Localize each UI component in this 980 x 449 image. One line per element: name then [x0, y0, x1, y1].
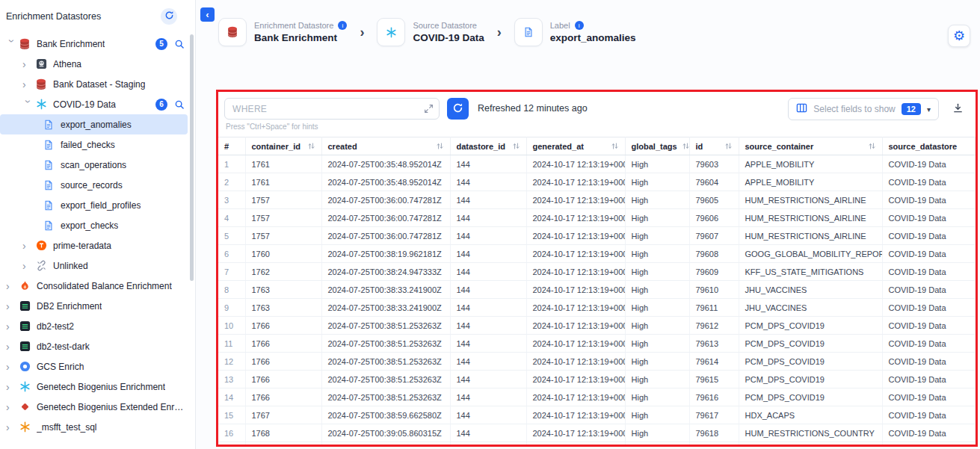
tree-item-unlinked[interactable]: Unlinked: [0, 256, 195, 276]
column-header-id[interactable]: id: [689, 137, 739, 155]
column-header-global_tags[interactable]: global_tags: [625, 137, 689, 155]
breadcrumb-item-label[interactable]: Labelexport_anomalies: [514, 18, 636, 46]
download-button[interactable]: [951, 101, 965, 117]
gcs-icon: [18, 361, 31, 373]
table-row[interactable]: 1017662024-07-25T00:38:51.253263Z1442024…: [218, 317, 976, 335]
settings-gear-button[interactable]: [948, 25, 970, 47]
chevron-right-icon[interactable]: [6, 301, 18, 312]
cell-num: 16: [218, 424, 245, 442]
table-row[interactable]: 117612024-07-25T00:35:48.952014Z1442024-…: [218, 155, 976, 173]
sidebar-collapse-button[interactable]: [200, 7, 215, 22]
tree-item-bank-enrichment[interactable]: Bank Enrichment5: [0, 34, 195, 54]
table-row[interactable]: 817632024-07-25T00:38:33.241900Z1442024-…: [218, 281, 976, 299]
chevron-down-icon[interactable]: [7, 39, 17, 51]
teradata-icon: [34, 240, 48, 252]
cell-created: 2024-07-25T00:38:33.241900Z: [321, 299, 450, 317]
tree-item-label: export_anomalies: [61, 120, 132, 130]
table-row[interactable]: 517572024-07-25T00:36:00.747281Z1442024-…: [218, 227, 976, 245]
table-row[interactable]: 617602024-07-25T00:38:19.962181Z1442024-…: [218, 245, 976, 263]
tree-item-athena[interactable]: Athena: [0, 54, 195, 74]
column-header-source_container[interactable]: source_container: [739, 137, 882, 155]
breadcrumb-text: Source DatastoreCOVID-19 Data: [413, 21, 484, 43]
column-header-created[interactable]: created: [321, 137, 450, 155]
tree-item-bank-dataset-staging[interactable]: Bank Dataset - Staging: [0, 74, 195, 94]
search-icon[interactable]: [174, 99, 185, 110]
tree-item-consolidated-balance-enrichment[interactable]: Consolidated Balance Enrichment: [0, 276, 195, 296]
column-header-datastore_id[interactable]: datastore_id: [450, 137, 526, 155]
sort-icon[interactable]: [868, 142, 876, 150]
cell-created: 2024-07-25T00:38:33.241900Z: [321, 281, 450, 299]
tree-item-genetech-biogenius-enrichment[interactable]: Genetech Biogenius Enrichment: [0, 377, 195, 397]
info-icon[interactable]: [338, 21, 347, 30]
table-row[interactable]: 217612024-07-25T00:35:48.952014Z1442024-…: [218, 173, 976, 191]
cell-created: 2024-07-25T00:39:05.860315Z: [321, 424, 450, 442]
cell-container_id: 1761: [245, 173, 321, 191]
chevron-right-icon[interactable]: [6, 341, 18, 352]
tree-item-gcs-enrich[interactable]: GCS Enrich: [0, 356, 195, 377]
select-fields-dropdown[interactable]: Select fields to show 12: [788, 98, 939, 120]
table-row[interactable]: 1517672024-07-25T00:38:59.662580Z1442024…: [218, 406, 976, 424]
table-row[interactable]: 1617682024-07-25T00:39:05.860315Z1442024…: [218, 424, 976, 442]
tree-item-export-field-profiles[interactable]: export_field_profiles: [0, 195, 195, 215]
chevron-right-icon[interactable]: [6, 382, 18, 392]
chevron-right-icon[interactable]: [6, 362, 18, 372]
table-row[interactable]: 417572024-07-25T00:36:00.747281Z1442024-…: [218, 209, 976, 227]
cell-id: 79608: [689, 245, 739, 263]
chevron-right-icon[interactable]: [6, 321, 18, 332]
column-header-generated_at[interactable]: generated_at: [526, 137, 625, 155]
cell-generated_at: 2024-10-17 12:13:19+0000: [526, 371, 625, 388]
breadcrumb-item-source-datastore[interactable]: Source DatastoreCOVID-19 Data: [377, 18, 484, 46]
table-row[interactable]: 317572024-07-25T00:36:00.747281Z1442024-…: [218, 191, 976, 209]
expand-editor-icon[interactable]: [424, 104, 434, 114]
sort-icon[interactable]: [682, 142, 689, 150]
chevron-down-icon[interactable]: [23, 99, 34, 111]
tree-item-msfft-test-sql[interactable]: _msfft_test_sql: [0, 417, 195, 437]
chevron-right-icon[interactable]: [22, 241, 34, 251]
where-input[interactable]: [224, 98, 440, 120]
refresh-results-button[interactable]: [447, 98, 469, 120]
cell-global_tags: High: [625, 227, 689, 245]
cell-datastore_id: 144: [450, 263, 526, 281]
tree-item-db2-enrichment[interactable]: DB2 Enrichment: [0, 296, 195, 316]
table-row[interactable]: 1317662024-07-25T00:38:51.253263Z1442024…: [218, 371, 976, 388]
chevron-right-icon[interactable]: [22, 261, 34, 271]
table-row[interactable]: 917632024-07-25T00:38:33.241900Z1442024-…: [218, 299, 976, 317]
sort-icon[interactable]: [724, 142, 733, 150]
sidebar-scrollbar[interactable]: [190, 34, 194, 281]
table-row[interactable]: 1417662024-07-25T00:38:51.253263Z1442024…: [218, 388, 976, 406]
tree-item-export-checks[interactable]: export_checks: [0, 215, 195, 235]
table-row[interactable]: 717622024-07-25T00:38:24.947333Z1442024-…: [218, 263, 976, 281]
table-row[interactable]: 1217662024-07-25T00:38:51.253263Z1442024…: [218, 353, 976, 371]
chevron-right-icon[interactable]: [6, 281, 18, 291]
tree-item-db2-test2[interactable]: db2-test2: [0, 316, 195, 336]
breadcrumb-item-enrichment-datastore[interactable]: Enrichment DatastoreBank Enrichment: [218, 18, 347, 46]
tree-item-prime-teradata[interactable]: prime-teradata: [0, 235, 195, 256]
sidebar-refresh-button[interactable]: [161, 8, 177, 25]
sort-icon[interactable]: [611, 142, 619, 150]
table-row[interactable]: 1717682024-07-25T00:39:05.860315Z1442024…: [218, 442, 976, 445]
tree-item-failed-checks[interactable]: failed_checks: [0, 134, 195, 155]
chevron-right-icon[interactable]: [6, 402, 18, 412]
chevron-right-icon[interactable]: [6, 422, 18, 433]
cell-source_container: GOOG_GLOBAL_MOBILITY_REPORT: [739, 245, 882, 263]
tree-item-source-records[interactable]: source_records: [0, 175, 195, 195]
sort-icon[interactable]: [307, 142, 315, 150]
sort-icon[interactable]: [512, 142, 520, 150]
column-header-inner: datastore_id: [457, 142, 520, 151]
table-row[interactable]: 1117662024-07-25T00:38:51.253263Z1442024…: [218, 335, 976, 353]
refreshed-status: Refreshed 12 minutes ago: [478, 98, 588, 120]
tree-item-covid-19-data[interactable]: COVID-19 Data6: [0, 94, 195, 114]
tree-item-genetech-biogenius-extended-enrich[interactable]: Genetech Biogenius Extended Enrich...: [0, 397, 195, 417]
tree-item-label: db2-test-dark: [37, 341, 90, 352]
search-icon[interactable]: [174, 39, 185, 49]
info-icon[interactable]: [575, 21, 584, 30]
sort-icon[interactable]: [436, 142, 444, 150]
cell-source_container: PCM_DPS_COVID19: [739, 353, 882, 371]
tree-item-scan-operations[interactable]: scan_operations: [0, 155, 195, 175]
sql-orange-icon: [18, 421, 31, 433]
chevron-right-icon[interactable]: [22, 79, 34, 90]
tree-item-export-anomalies[interactable]: export_anomalies: [0, 114, 188, 134]
column-header-container_id[interactable]: container_id: [245, 137, 321, 155]
tree-item-db2-test-dark[interactable]: db2-test-dark: [0, 336, 195, 356]
chevron-right-icon[interactable]: [22, 59, 34, 69]
